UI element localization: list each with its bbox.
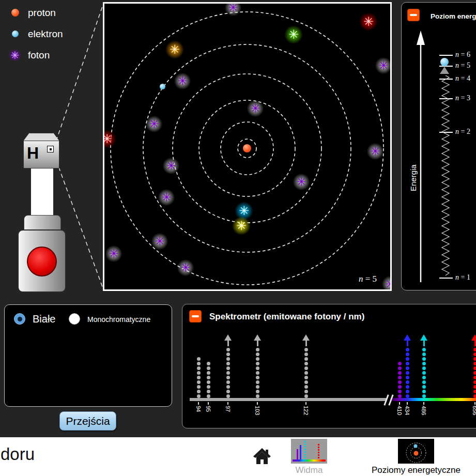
spectrometer-title: Spektrometr (emitowane fotony / nm) (209, 312, 364, 322)
proton (243, 144, 251, 152)
spectrometer-visible-spectrum (391, 398, 476, 401)
photon-count-dot (422, 362, 426, 365)
photon-count-dot (207, 376, 210, 379)
photon-count-dot (398, 385, 402, 389)
overflow-arrow-icon (471, 334, 476, 341)
photon-count-dot (207, 394, 210, 398)
overflow-arrow-stem (227, 341, 229, 346)
photon-count-dot (197, 394, 201, 398)
photon-count-dot (406, 380, 409, 384)
photon-count-dot (256, 376, 259, 379)
energy-level-panel: Poziom energii Energia n = 6n = 5n = 4n … (401, 2, 476, 290)
photon-count-dot (226, 376, 230, 379)
photon-star-icon: ✳ (11, 50, 20, 60)
overflow-arrow-icon (404, 334, 411, 341)
photon-count-dot (422, 348, 426, 351)
photon-count-dot (226, 390, 230, 393)
widma-thumbnail (291, 439, 327, 464)
collapse-spectrometer-button[interactable] (189, 310, 202, 323)
overflow-arrow-stem (423, 341, 425, 346)
poziomy-thumbnail (398, 439, 434, 464)
screen-button-poziomy-energetyczne[interactable]: Poziomy energetyczne (398, 437, 434, 476)
legend-label: foton (28, 50, 50, 61)
electron (160, 84, 165, 89)
electron-state-label: n = 5 (359, 274, 377, 284)
wavelength-label-122: 122 (302, 406, 309, 415)
photon-count-dot (473, 385, 476, 389)
photon-count-dot (304, 366, 308, 370)
photon-count-dot (256, 371, 259, 375)
overflow-arrow-icon (420, 334, 427, 341)
wavelength-label-410: 410 (396, 406, 403, 415)
photon-count-dot (304, 348, 308, 351)
spectrometer-axis (190, 398, 386, 401)
photon-count-dot (256, 348, 259, 351)
photon-count-dot (406, 385, 409, 389)
photon-count-dot (226, 371, 230, 375)
photon-count-dot (422, 357, 426, 361)
photon-count-dot (406, 390, 409, 393)
proton-icon (6, 9, 24, 17)
photon-count-dot (256, 366, 259, 370)
overflow-arrow-stem (305, 341, 307, 346)
energy-level-label-n2: n = 2 (455, 128, 470, 136)
radio-white-light[interactable] (14, 313, 25, 325)
photon-count-dot (256, 394, 259, 398)
transitions-button[interactable]: Przejścia (59, 411, 116, 431)
photon-count-dot (304, 390, 308, 393)
overflow-arrow-icon (254, 334, 261, 341)
photon-count-dot (197, 357, 201, 361)
overflow-arrow-icon (302, 334, 310, 341)
electron-icon (6, 30, 24, 37)
photon-count-dot (406, 394, 409, 398)
tick-410 (399, 402, 400, 405)
photon-count-dot (304, 394, 308, 398)
wavelength-label-103: 103 (254, 406, 260, 415)
home-button[interactable] (253, 448, 271, 465)
atom-view: ✳✳✳✳✳✳✳✳✳✳✳✳✳✳✳✳✳✳✳ n = 5 (103, 2, 392, 291)
photon-count-dot (398, 371, 402, 375)
photon-count-dot (226, 394, 230, 398)
electron-on-level (440, 58, 449, 66)
screen-label-poziomy: Poziomy energetyczne (359, 465, 473, 475)
photon-count-dot (406, 362, 409, 365)
radio-monochromatic-light[interactable] (69, 313, 80, 325)
energy-level-label-n1: n = 1 (455, 273, 470, 282)
hydrogen-sample-square (47, 146, 54, 152)
hydrogen-box-top (23, 133, 59, 141)
photon-count-dot (197, 390, 201, 393)
photon-count-dot (304, 380, 308, 384)
photon-count-dot (226, 366, 230, 370)
photon-count-dot (406, 352, 409, 356)
photon-count-dot (226, 385, 230, 389)
photon-count-dot (197, 376, 201, 379)
energy-level-label-n5: n = 5 (455, 62, 470, 70)
photon-count-dot (398, 380, 402, 384)
photon-count-dot (473, 362, 476, 365)
photon-count-dot (304, 352, 308, 356)
photon-count-dot (473, 366, 476, 370)
photon-count-dot (406, 371, 409, 375)
photon-count-dot (422, 390, 426, 393)
simulation-stage: proton elektron ✳ foton H ✳✳✳✳✳✳✳✳✳✳✳✳✳✳… (0, 0, 476, 476)
energy-level-label-n6: n = 6 (455, 51, 470, 59)
mini-spectrum (293, 459, 326, 462)
tick-656 (474, 402, 475, 405)
photon-count-dot (398, 376, 402, 379)
overflow-arrow-stem (474, 341, 476, 346)
photon-count-dot (422, 394, 426, 398)
screen-button-widma[interactable]: Widma (291, 437, 327, 476)
transition-squiggle (442, 75, 449, 275)
photon-count-dot (197, 380, 201, 384)
legend-label: proton (28, 7, 56, 19)
photon-count-dot (207, 380, 210, 384)
photon-count-dot (473, 348, 476, 351)
screen-label-widma: Widma (283, 465, 335, 475)
photon-count-dot (398, 366, 402, 370)
radio-white-label: Białe (33, 313, 55, 325)
mini-atom-icon (398, 439, 434, 464)
photon-count-dot (207, 385, 210, 389)
gun-on-off-button[interactable] (27, 247, 57, 277)
photon-count-dot (256, 380, 259, 384)
photon-count-dot (422, 371, 426, 375)
